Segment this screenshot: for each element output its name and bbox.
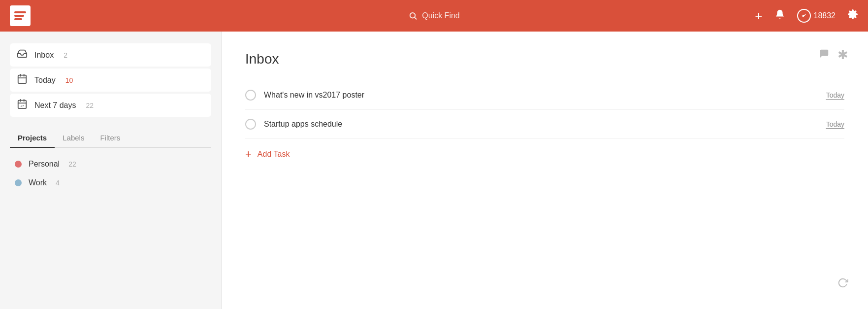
projects-tabs: Projects Labels Filters bbox=[10, 130, 211, 148]
project-item-personal[interactable]: Personal 22 bbox=[10, 157, 211, 172]
navbar: Quick Find + 18832 bbox=[0, 0, 868, 32]
tab-labels[interactable]: Labels bbox=[55, 130, 92, 148]
karma-circle bbox=[797, 9, 811, 23]
sidebar-item-inbox[interactable]: Inbox 2 bbox=[10, 43, 211, 67]
task-text-1: What's new in vs2017 poster bbox=[264, 91, 818, 100]
personal-dot bbox=[15, 161, 22, 168]
work-count: 4 bbox=[56, 179, 60, 187]
tab-projects[interactable]: Projects bbox=[10, 130, 55, 148]
work-name: Work bbox=[29, 178, 47, 187]
content-toolbar: ✱ bbox=[819, 47, 848, 63]
main-layout: Inbox 2 Today 10 bbox=[0, 32, 868, 309]
activity-icon[interactable] bbox=[837, 277, 848, 291]
personal-name: Personal bbox=[29, 160, 60, 169]
add-button[interactable]: + bbox=[755, 9, 762, 22]
add-task-label: Add Task bbox=[257, 150, 290, 159]
svg-text:+7: +7 bbox=[20, 104, 24, 108]
next7-label: Next 7 days bbox=[34, 101, 76, 110]
project-list: Personal 22 Work 4 bbox=[10, 157, 211, 190]
add-task-plus-icon: + bbox=[245, 148, 252, 161]
task-text-2: Startup apps schedule bbox=[264, 120, 818, 129]
svg-rect-3 bbox=[18, 75, 27, 84]
inbox-icon bbox=[17, 48, 28, 62]
today-label: Today bbox=[34, 76, 56, 85]
personal-count: 22 bbox=[68, 160, 76, 168]
task-item: Startup apps schedule Today bbox=[245, 110, 844, 139]
next7-icon: +7 bbox=[17, 99, 28, 112]
sidebar: Inbox 2 Today 10 bbox=[0, 32, 222, 309]
next7-count: 22 bbox=[86, 102, 94, 109]
work-dot bbox=[15, 179, 22, 186]
inbox-label: Inbox bbox=[34, 51, 54, 60]
sidebar-nav: Inbox 2 Today 10 bbox=[10, 43, 211, 118]
task-checkbox-2[interactable] bbox=[245, 119, 256, 130]
svg-line-1 bbox=[415, 17, 416, 19]
task-date-1[interactable]: Today bbox=[826, 91, 844, 99]
today-icon bbox=[17, 73, 28, 87]
search-icon bbox=[408, 11, 417, 20]
add-task-row[interactable]: + Add Task bbox=[245, 139, 844, 170]
navbar-right: + 18832 bbox=[755, 9, 858, 23]
sidebar-item-today[interactable]: Today 10 bbox=[10, 69, 211, 92]
search-placeholder: Quick Find bbox=[422, 11, 459, 20]
task-date-2[interactable]: Today bbox=[826, 120, 844, 128]
karma-badge[interactable]: 18832 bbox=[797, 9, 836, 23]
asterisk-icon[interactable]: ✱ bbox=[837, 47, 848, 63]
karma-count: 18832 bbox=[814, 11, 836, 20]
app-logo[interactable] bbox=[10, 5, 31, 26]
notifications-bell[interactable] bbox=[774, 9, 785, 23]
inbox-count: 2 bbox=[64, 51, 67, 59]
tab-filters[interactable]: Filters bbox=[92, 130, 128, 148]
today-count: 10 bbox=[65, 76, 73, 84]
task-checkbox-1[interactable] bbox=[245, 90, 256, 101]
task-item: What's new in vs2017 poster Today bbox=[245, 81, 844, 110]
page-title: Inbox bbox=[245, 51, 844, 67]
comment-icon[interactable] bbox=[819, 48, 830, 62]
content-area: ✱ Inbox What's new in vs2017 poster Toda… bbox=[222, 32, 868, 309]
project-item-work[interactable]: Work 4 bbox=[10, 175, 211, 190]
settings-button[interactable] bbox=[847, 9, 858, 23]
task-list: What's new in vs2017 poster Today Startu… bbox=[245, 81, 844, 170]
search-bar[interactable]: Quick Find bbox=[408, 11, 459, 20]
sidebar-item-next7[interactable]: +7 Next 7 days 22 bbox=[10, 94, 211, 117]
